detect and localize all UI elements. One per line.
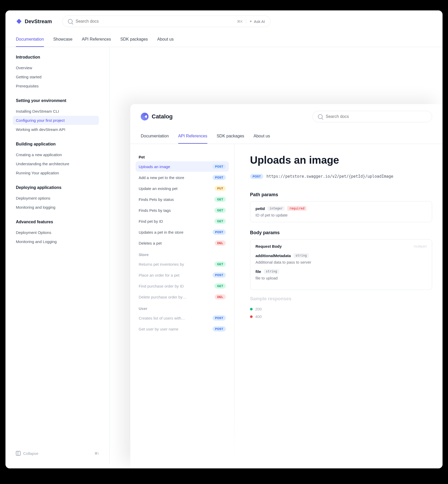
method-badge: DEL <box>215 294 226 300</box>
search-icon <box>318 114 323 119</box>
request-body-label: Request Body <box>255 244 282 249</box>
sidebar-item[interactable]: Deployment options <box>13 194 99 203</box>
api-endpoint-label: Find purchase order by ID <box>139 284 184 288</box>
sidebar-item[interactable]: Installing DevStream CLI <box>13 107 99 116</box>
api-section-title: Pet <box>136 153 229 161</box>
catalog-tab-about-us[interactable]: About us <box>254 129 270 144</box>
method-badge: POST <box>213 230 226 235</box>
catalog-body: PetUploads an imagePOSTAdd a new pet to … <box>130 144 443 468</box>
catalog-logo-icon <box>141 113 149 120</box>
api-endpoint-item[interactable]: Updates a pet in the storePOST <box>136 227 229 237</box>
search-input[interactable] <box>76 19 234 24</box>
method-badge: PUT <box>215 186 226 191</box>
sparkle-icon: ✦ <box>249 19 252 23</box>
api-endpoint-item[interactable]: Update an existing petPUT <box>136 183 229 194</box>
api-endpoint-item[interactable]: Deletes a petDEL <box>136 238 229 248</box>
method-badge: GET <box>214 208 226 213</box>
api-endpoint-item[interactable]: Find pet by IDGET <box>136 216 229 226</box>
sidebar-item[interactable]: Monitoring and logging <box>13 203 99 212</box>
api-endpoint-label: Add a new pet to the store <box>139 175 184 180</box>
tab-documentation[interactable]: Documentation <box>16 32 44 47</box>
sidebar-item[interactable]: Deployment Options <box>13 228 99 237</box>
tab-about-us[interactable]: About us <box>157 32 174 47</box>
method-badge: POST <box>213 164 226 169</box>
api-endpoint-label: Deletes a pet <box>139 241 162 245</box>
sidebar-section: Setting your environmentInstalling DevSt… <box>16 98 99 134</box>
body-param: additionalMetadata string Additional dat… <box>255 253 427 264</box>
response-item[interactable]: 400 <box>250 313 432 320</box>
content-type: multipart <box>414 244 427 248</box>
path-param-box: petId integer required ID of pet to upda… <box>250 201 432 222</box>
collapse-icon <box>16 451 21 456</box>
search-bar[interactable]: ⌘K ✦ Ask AI <box>62 16 271 27</box>
api-endpoint-item[interactable]: Returns pet inventories byGET <box>136 259 229 269</box>
endpoint-row: POST https://petstore.swagger.io/v2/pet/… <box>250 174 432 179</box>
catalog-tab-documentation[interactable]: Documentation <box>141 129 169 144</box>
response-item[interactable]: 200 <box>250 305 432 313</box>
api-endpoint-label: Update an existing pet <box>139 186 177 191</box>
sidebar-item[interactable]: Monitoring and Logging <box>13 237 99 246</box>
method-badge: GET <box>214 262 226 267</box>
method-badge: POST <box>213 315 226 321</box>
api-endpoint-item[interactable]: Finds Pets by statusGET <box>136 194 229 205</box>
response-code: 400 <box>255 314 262 319</box>
sidebar-heading: Deploying applications <box>16 185 99 190</box>
tab-api-references[interactable]: API References <box>82 32 111 47</box>
api-endpoint-item[interactable]: Creates list of users with…POST <box>136 313 229 323</box>
param-name: additionalMetadata <box>255 253 291 258</box>
sidebar-section: Deploying applicationsDeployment options… <box>16 185 99 212</box>
api-section-title: User <box>136 304 229 313</box>
catalog-name: Catalog <box>152 113 173 120</box>
response-code: 200 <box>255 307 262 311</box>
ask-ai-button[interactable]: ✦ Ask AI <box>249 19 265 24</box>
path-params-heading: Path params <box>250 192 432 198</box>
catalog-tabs: DocumentationAPI ReferencesSDK packagesA… <box>130 129 443 144</box>
api-endpoint-item[interactable]: Delete purchase order by…DEL <box>136 292 229 302</box>
api-endpoint-label: Get user by user name <box>139 327 178 331</box>
brand-name: DevStream <box>25 18 52 24</box>
sidebar-item[interactable]: Getting started <box>13 72 99 81</box>
collapse-button[interactable]: Collapse <box>16 451 38 456</box>
body-params-box: Request Body multipart additionalMetadat… <box>250 239 432 290</box>
page-title: Uploads an image <box>250 154 432 166</box>
api-endpoint-item[interactable]: Add a new pet to the storePOST <box>136 172 229 183</box>
param-desc: Additional data to pass to server <box>255 260 427 264</box>
api-endpoint-label: Uploads an image <box>139 164 170 169</box>
tab-showcase[interactable]: Showcase <box>53 32 73 47</box>
api-endpoint-item[interactable]: Place an order for a petPOST <box>136 270 229 280</box>
sidebar-item[interactable]: Creating a new application <box>13 150 99 159</box>
tab-sdk-packages[interactable]: SDK packages <box>120 32 148 47</box>
sidebar-item[interactable]: Overview <box>13 63 99 72</box>
api-section-title: Store <box>136 250 229 259</box>
catalog-search-input[interactable] <box>326 114 427 119</box>
api-endpoint-label: Finds Pets by status <box>139 197 174 202</box>
catalog-search[interactable] <box>312 111 432 122</box>
content-panel: Uploads an image POST https://petstore.s… <box>234 144 443 468</box>
catalog-header: Catalog <box>130 104 443 129</box>
api-endpoint-label: Updates a pet in the store <box>139 230 183 234</box>
sidebar-item[interactable]: Prerequisites <box>13 81 99 91</box>
sidebar-item[interactable]: Understanding the architecture <box>13 159 99 168</box>
api-endpoint-item[interactable]: Find purchase order by IDGET <box>136 281 229 291</box>
sidebar-item[interactable]: Configuring your first project <box>13 116 99 125</box>
collapse-kbd: ⌘\ <box>94 451 99 455</box>
sidebar-item[interactable]: Working with devStream API <box>13 125 99 134</box>
catalog-tab-sdk-packages[interactable]: SDK packages <box>217 129 244 144</box>
api-endpoint-item[interactable]: Finds Pets by tagsGET <box>136 205 229 215</box>
body-param: file string file to upload <box>255 269 427 280</box>
api-endpoint-label: Finds Pets by tags <box>139 208 171 213</box>
api-sidebar: PetUploads an imagePOSTAdd a new pet to … <box>130 144 234 468</box>
api-endpoint-label: Delete purchase order by… <box>139 295 186 299</box>
method-badge: POST <box>213 272 226 278</box>
top-tabs: DocumentationShowcaseAPI ReferencesSDK p… <box>5 32 443 47</box>
api-endpoint-item[interactable]: Uploads an imagePOST <box>136 161 229 172</box>
logo[interactable]: DevStream <box>16 18 52 24</box>
catalog-logo[interactable]: Catalog <box>141 113 173 120</box>
sidebar-item[interactable]: Running Your application <box>13 168 99 177</box>
collapse-row: Collapse ⌘\ <box>16 446 99 456</box>
catalog-tab-api-references[interactable]: API References <box>178 129 207 144</box>
app-window: DevStream ⌘K ✦ Ask AI DocumentationShowc… <box>5 10 443 468</box>
sidebar-heading: Building application <box>16 142 99 147</box>
devstream-logo-icon <box>16 18 22 24</box>
api-endpoint-item[interactable]: Get user by user namePOST <box>136 324 229 334</box>
